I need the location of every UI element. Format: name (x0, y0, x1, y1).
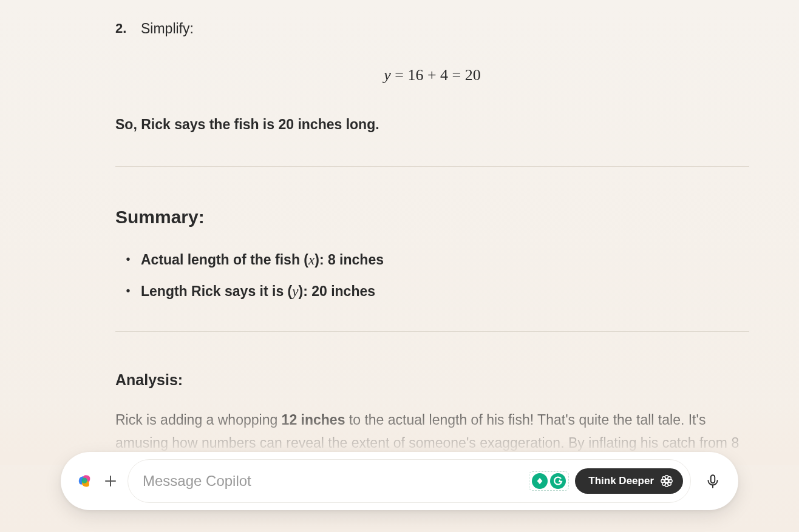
bullet-dot: • (115, 281, 141, 300)
message-input[interactable] (143, 473, 523, 490)
grammarly-badge-group[interactable] (529, 471, 569, 491)
summary-item-text: Length Rick says it is (y): 20 inches (141, 281, 375, 303)
flower-icon (660, 474, 673, 488)
microphone-button[interactable] (699, 468, 726, 494)
svg-rect-12 (711, 475, 715, 483)
step-row: 2. Simplify: (115, 18, 749, 40)
divider (115, 331, 749, 332)
answer-line: So, Rick says the fish is 20 inches long… (115, 114, 749, 136)
analysis-heading: Analysis: (115, 368, 749, 392)
list-item: • Actual length of the fish (x): 8 inche… (115, 249, 749, 271)
copilot-logo-icon[interactable] (75, 472, 93, 490)
list-item: • Length Rick says it is (y): 20 inches (115, 281, 749, 303)
grammarly-premium-icon (532, 473, 548, 489)
step-label: Simplify: (141, 18, 194, 40)
grammarly-icon (550, 473, 566, 489)
summary-heading: Summary: (115, 203, 749, 232)
think-deeper-label: Think Deeper (588, 475, 654, 487)
svg-point-3 (665, 479, 668, 483)
svg-point-0 (81, 477, 87, 483)
divider (115, 166, 749, 167)
composer-bar: Think Deeper (61, 452, 738, 510)
think-deeper-button[interactable]: Think Deeper (575, 468, 683, 494)
add-attachment-button[interactable] (98, 469, 123, 493)
message-input-container: Think Deeper (127, 459, 691, 503)
equation: y = 16 + 4 = 20 (115, 63, 749, 87)
summary-item-text: Actual length of the fish (x): 8 inches (141, 249, 384, 271)
bullet-dot: • (115, 249, 141, 269)
step-number: 2. (115, 18, 141, 40)
